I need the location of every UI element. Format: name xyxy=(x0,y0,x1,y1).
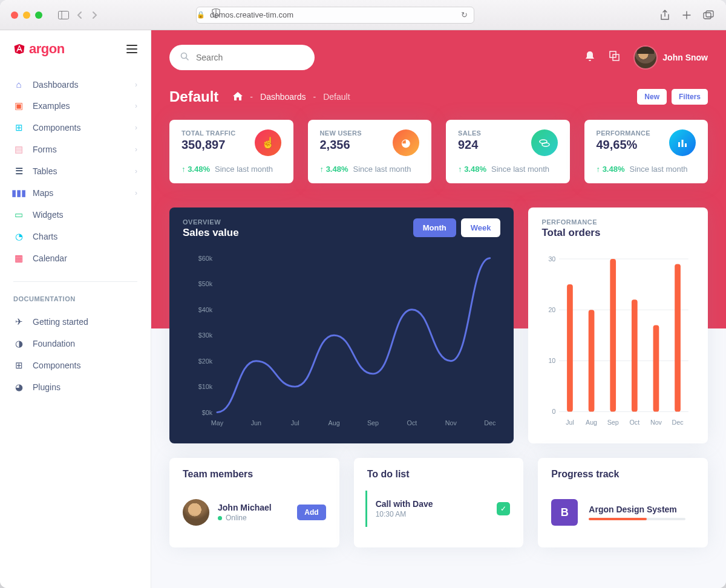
sidebar-item-calendar[interactable]: ▦Calendar xyxy=(0,247,151,269)
svg-text:20: 20 xyxy=(549,306,556,313)
sidebar-item-examples[interactable]: ▣Examples› xyxy=(0,95,151,117)
card-overline: PERFORMANCE xyxy=(541,218,600,226)
shield-icon[interactable] xyxy=(212,8,220,20)
sidebar-item-tables[interactable]: ☰Tables› xyxy=(0,160,151,182)
card-title: Total orders xyxy=(541,227,600,239)
sidebar-item-label: Tables xyxy=(33,166,57,176)
progress-row: B Argon Design System xyxy=(551,491,695,534)
svg-rect-10 xyxy=(678,142,680,147)
tab-week[interactable]: Week xyxy=(461,218,501,237)
breadcrumb-link[interactable]: Dashboards xyxy=(260,92,306,102)
browser-window: 🔒 demos.creative-tim.com ↻ argon xyxy=(0,0,726,588)
sidebar-item-charts[interactable]: ◔Charts xyxy=(0,226,151,247)
reload-icon[interactable]: ↻ xyxy=(461,10,468,19)
progress-bar xyxy=(589,518,685,520)
sidebar-item-label: Plugins xyxy=(33,382,60,392)
close-window-button[interactable] xyxy=(11,11,18,19)
chevron-right-icon: › xyxy=(135,80,137,89)
stat-delta: ↑ 3.48% xyxy=(458,165,486,174)
new-tab-icon[interactable] xyxy=(680,8,693,22)
svg-text:$20k: $20k xyxy=(198,358,213,365)
sidebar-item-plugins[interactable]: ◕Plugins xyxy=(0,376,151,398)
tv-icon: ⌂ xyxy=(13,79,24,90)
svg-text:$60k: $60k xyxy=(198,255,213,262)
home-icon[interactable] xyxy=(233,92,243,102)
share-icon[interactable] xyxy=(658,8,672,22)
sidebar-item-label: Charts xyxy=(33,232,57,241)
back-button[interactable] xyxy=(73,8,86,22)
svg-text:Nov: Nov xyxy=(445,419,457,426)
svg-text:Sep: Sep xyxy=(607,419,619,426)
archive-icon: ▭ xyxy=(13,209,24,220)
svg-rect-36 xyxy=(567,284,574,411)
team-card: Team members John Michael Online Add xyxy=(169,458,339,547)
sidebar-item-forms[interactable]: ▤Forms› xyxy=(0,139,151,160)
sidebar-item-components[interactable]: ⊞Components› xyxy=(0,117,151,139)
stat-delta: ↑ 3.48% xyxy=(182,165,210,174)
user-menu[interactable]: John Snow xyxy=(635,47,708,68)
tabs-icon[interactable] xyxy=(702,8,715,22)
sidebar-item-label: Dashboards xyxy=(33,80,79,90)
sales-chart-card: OVERVIEW Sales value Month Week $0k$10k$… xyxy=(169,207,514,443)
map-icon: ▮▮▮ xyxy=(13,188,24,198)
ui-icon: ⊞ xyxy=(13,360,24,371)
card-title: To do list xyxy=(354,458,524,491)
divider xyxy=(13,281,137,282)
address-bar[interactable]: 🔒 demos.creative-tim.com ↻ xyxy=(196,7,474,24)
search-icon xyxy=(180,52,189,63)
stat-card-users: NEW USERS2,356 ◕ ↑ 3.48%Since last month xyxy=(308,120,432,183)
docs-nav: ✈Getting started ◑Foundation ⊞Components… xyxy=(0,306,151,403)
checkbox-checked-icon[interactable]: ✓ xyxy=(497,502,510,515)
lock-icon: 🔒 xyxy=(197,11,205,19)
stat-delta: ↑ 3.48% xyxy=(597,165,625,174)
pie-icon: ◕ xyxy=(393,129,419,156)
calendar-icon: ▦ xyxy=(13,253,24,264)
card-overline: OVERVIEW xyxy=(183,218,239,226)
todo-row[interactable]: Call with Dave 10:30 AM ✓ xyxy=(365,491,511,527)
svg-rect-0 xyxy=(59,11,69,19)
forward-button[interactable] xyxy=(88,8,102,22)
sidebar-item-doc-components[interactable]: ⊞Components xyxy=(0,354,151,376)
maximize-window-button[interactable] xyxy=(35,11,42,19)
stat-label: SALES xyxy=(458,129,481,137)
sidebar-item-label: Calendar xyxy=(33,253,67,263)
atom-icon: ⊞ xyxy=(13,122,24,133)
notifications-icon[interactable] xyxy=(585,51,595,64)
stat-value: 924 xyxy=(458,138,481,152)
svg-rect-2 xyxy=(704,13,711,19)
brand-logo[interactable]: argon xyxy=(13,41,65,57)
sidebar-item-getting-started[interactable]: ✈Getting started xyxy=(0,311,151,333)
sidebar-toggle-icon[interactable] xyxy=(57,8,70,22)
tab-month[interactable]: Month xyxy=(413,218,456,237)
sidebar-item-maps[interactable]: ▮▮▮Maps› xyxy=(0,182,151,204)
svg-text:Oct: Oct xyxy=(630,419,640,426)
apps-icon[interactable] xyxy=(609,51,620,64)
sidebar-item-dashboards[interactable]: ⌂Dashboards› xyxy=(0,74,151,95)
new-button[interactable]: New xyxy=(637,89,667,105)
form-icon: ▤ xyxy=(13,144,24,155)
sidebar-item-label: Widgets xyxy=(33,210,64,220)
menu-toggle-icon[interactable] xyxy=(126,45,137,53)
minimize-window-button[interactable] xyxy=(23,11,30,19)
svg-text:Oct: Oct xyxy=(407,419,417,426)
sidebar-item-foundation[interactable]: ◑Foundation xyxy=(0,333,151,354)
svg-text:$10k: $10k xyxy=(198,383,213,390)
progress-card: Progress track B Argon Design System xyxy=(538,458,708,547)
chevron-right-icon: › xyxy=(135,145,137,154)
search-box[interactable] xyxy=(169,45,315,70)
add-button[interactable]: Add xyxy=(297,505,325,520)
main-nav: ⌂Dashboards› ▣Examples› ⊞Components› ▤Fo… xyxy=(0,69,151,274)
todo-title: Call with Dave xyxy=(376,499,433,509)
url-text: demos.creative-tim.com xyxy=(210,10,293,19)
sidebar-item-widgets[interactable]: ▭Widgets xyxy=(0,204,151,226)
angular-icon xyxy=(13,43,25,55)
search-input[interactable] xyxy=(195,52,304,63)
svg-text:$0k: $0k xyxy=(202,409,213,416)
filters-button[interactable]: Filters xyxy=(672,89,708,105)
sales-line-chart: $0k$10k$20k$30k$40k$50k$60kMayJunJulAugS… xyxy=(169,250,514,443)
chevron-right-icon: › xyxy=(135,167,137,175)
brand-name: argon xyxy=(29,41,65,57)
svg-text:Dec: Dec xyxy=(484,419,496,426)
member-status: Online xyxy=(218,514,272,522)
svg-text:May: May xyxy=(211,419,224,426)
